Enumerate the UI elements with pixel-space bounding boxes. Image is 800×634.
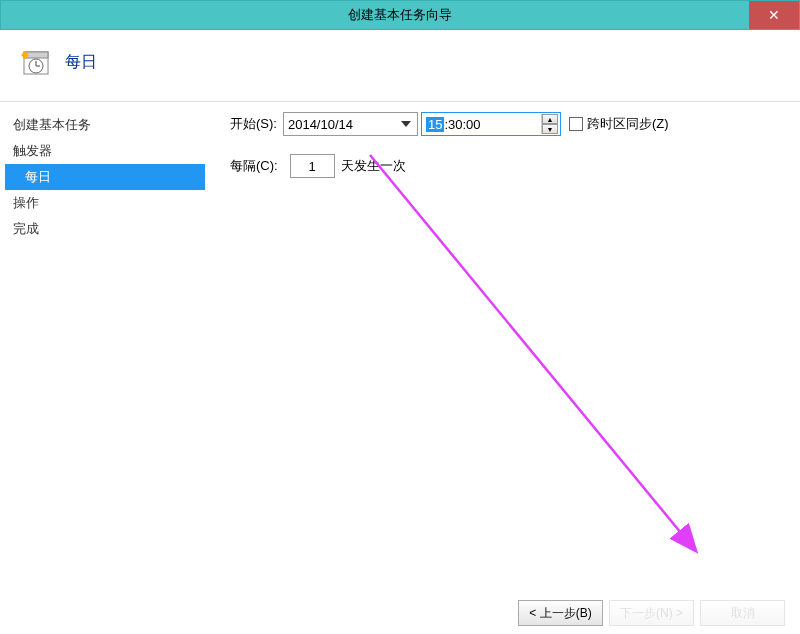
start-label: 开始(S): [230, 115, 277, 133]
close-icon: ✕ [768, 7, 780, 23]
next-button[interactable]: 下一步(N) > [609, 600, 694, 626]
timezone-sync-option: 跨时区同步(Z) [569, 115, 669, 133]
spinner-down-button[interactable]: ▼ [542, 124, 558, 134]
sidebar-item-create-task[interactable]: 创建基本任务 [5, 112, 205, 138]
wizard-sidebar: 创建基本任务 触发器 每日 操作 完成 [0, 102, 210, 252]
cancel-button[interactable]: 取消 [700, 600, 785, 626]
sidebar-item-action[interactable]: 操作 [5, 190, 205, 216]
time-spinner: ▲ ▼ [541, 114, 558, 134]
main-panel: 开始(S): 2014/10/14 15:30:00 ▲ ▼ 跨时区同步(Z) [210, 102, 800, 252]
interval-suffix: 天发生一次 [341, 157, 406, 175]
interval-row: 每隔(C): 天发生一次 [230, 154, 780, 178]
sidebar-item-finish[interactable]: 完成 [5, 216, 205, 242]
window-title: 创建基本任务向导 [348, 6, 452, 24]
wizard-header: 每日 [0, 30, 800, 102]
back-button[interactable]: < 上一步(B) [518, 600, 603, 626]
timezone-checkbox[interactable] [569, 117, 583, 131]
titlebar: 创建基本任务向导 ✕ [0, 0, 800, 30]
time-value: 15:30:00 [426, 117, 481, 132]
date-value: 2014/10/14 [288, 117, 353, 132]
chevron-down-icon [399, 117, 413, 131]
wizard-footer: < 上一步(B) 下一步(N) > 取消 [518, 600, 785, 626]
interval-label: 每隔(C): [230, 157, 278, 175]
page-title: 每日 [65, 52, 97, 73]
sidebar-item-daily[interactable]: 每日 [5, 164, 205, 190]
sidebar-item-trigger[interactable]: 触发器 [5, 138, 205, 164]
date-picker[interactable]: 2014/10/14 [283, 112, 418, 136]
content-area: 创建基本任务 触发器 每日 操作 完成 开始(S): 2014/10/14 15… [0, 102, 800, 252]
start-time-row: 开始(S): 2014/10/14 15:30:00 ▲ ▼ 跨时区同步(Z) [230, 112, 780, 136]
schedule-icon [20, 48, 50, 76]
time-picker[interactable]: 15:30:00 ▲ ▼ [421, 112, 561, 136]
close-button[interactable]: ✕ [749, 1, 799, 29]
interval-input[interactable] [290, 154, 335, 178]
timezone-label: 跨时区同步(Z) [587, 115, 669, 133]
spinner-up-button[interactable]: ▲ [542, 114, 558, 124]
